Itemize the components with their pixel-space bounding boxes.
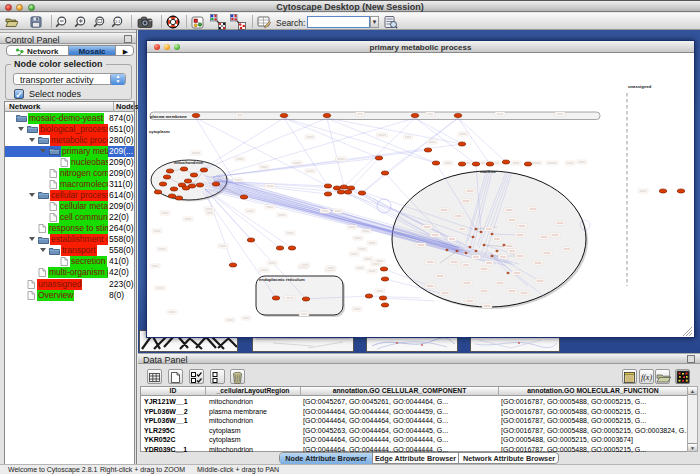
svg-text:f(x): f(x) [641, 373, 652, 382]
svg-text:1:1: 1:1 [115, 19, 121, 24]
svg-text:unassigned: unassigned [628, 84, 652, 89]
svg-text:cytoplasm: cytoplasm [149, 129, 170, 134]
svg-text:nucleus: nucleus [480, 169, 496, 174]
svg-text:mitochondrion: mitochondrion [174, 160, 204, 165]
svg-text:plasma membrane: plasma membrane [150, 114, 187, 119]
svg-text:endoplasmic reticulum: endoplasmic reticulum [259, 277, 305, 282]
